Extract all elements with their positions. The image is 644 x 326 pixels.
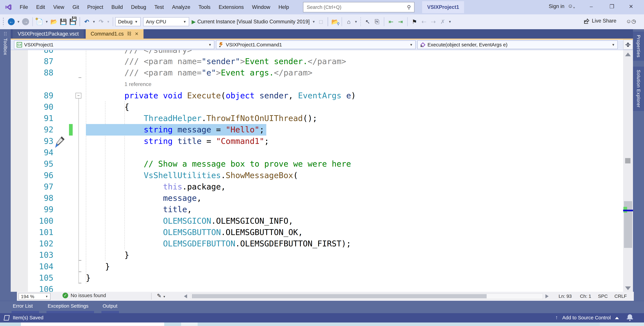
- previous-bookmark-icon[interactable]: ⇠: [420, 18, 428, 26]
- menu-item-window[interactable]: Window: [248, 2, 274, 12]
- solution-configuration-select[interactable]: Debug▼: [115, 17, 141, 26]
- document-tab-command1-cs[interactable]: Command1.cs⛓✕: [86, 29, 144, 39]
- notifications-bell-icon[interactable]: [627, 314, 633, 321]
- panel-tab-exception-settings[interactable]: Exception Settings: [48, 303, 88, 309]
- menu-item-edit[interactable]: Edit: [32, 2, 49, 12]
- status-message: Item(s) Saved: [13, 315, 44, 321]
- code-editor[interactable]: 86/// </summary>87/// <param name="sende…: [11, 39, 623, 292]
- add-user-icon[interactable]: ☺+: [568, 3, 575, 10]
- publish-arrow-icon[interactable]: ↑: [555, 314, 558, 321]
- indent-increase-icon[interactable]: ⇥: [396, 18, 404, 26]
- menu-item-extensions[interactable]: Extensions: [215, 2, 248, 12]
- live-share-icon[interactable]: [583, 18, 590, 24]
- minimize-button[interactable]: –: [590, 3, 593, 9]
- navigate-home-dropdown[interactable]: ▼: [354, 20, 358, 24]
- clear-bookmarks-icon[interactable]: ✗: [439, 18, 447, 26]
- scroll-down-icon[interactable]: [625, 287, 631, 290]
- menu-item-test[interactable]: Test: [150, 2, 168, 12]
- indent-decrease-icon[interactable]: ⇤: [387, 18, 395, 26]
- editor-splitter-handle[interactable]: [623, 40, 633, 49]
- sign-in-button[interactable]: Sign in: [549, 3, 564, 9]
- save-icon[interactable]: 💾: [60, 18, 67, 26]
- horizontal-scrollbar[interactable]: [190, 294, 543, 299]
- line-ending-indicator[interactable]: CRLF: [614, 294, 627, 299]
- project-dropdown[interactable]: C# VSIXProject1 ▼: [14, 40, 214, 49]
- navigate-back-icon[interactable]: ←: [8, 18, 15, 25]
- open-file-icon[interactable]: 📂: [50, 18, 58, 26]
- scroll-right-icon[interactable]: [546, 294, 548, 298]
- column-indicator[interactable]: Ch: 1: [580, 294, 592, 299]
- toolbar-grip[interactable]: [2, 17, 4, 26]
- bottom-edge-strip: [0, 323, 644, 326]
- sidebar-tab-properties[interactable]: Properties: [633, 31, 644, 61]
- menu-item-analyze[interactable]: Analyze: [168, 2, 194, 12]
- codelens-references[interactable]: 1 reference: [124, 78, 152, 90]
- bookmark-icon[interactable]: ⚑: [410, 18, 418, 26]
- insert-mode-indicator[interactable]: SPC: [598, 294, 608, 299]
- menu-item-debug[interactable]: Debug: [127, 2, 150, 12]
- menu-item-git[interactable]: Git: [68, 2, 83, 12]
- document-tab-vsixproject1package-vsct[interactable]: VSIXProject1Package.vsct: [13, 29, 84, 39]
- save-all-icon[interactable]: 💾💾: [69, 18, 77, 26]
- menu-item-project[interactable]: Project: [83, 2, 108, 12]
- live-share-label[interactable]: Live Share: [592, 18, 616, 24]
- find-in-files-icon[interactable]: 📂⚲: [331, 18, 339, 26]
- menu-item-file[interactable]: File: [16, 2, 32, 12]
- copy-structure-icon[interactable]: ⎘: [373, 18, 381, 26]
- close-tab-icon[interactable]: ✕: [135, 31, 139, 36]
- menu-item-build[interactable]: Build: [108, 2, 127, 12]
- redo-icon[interactable]: ↷: [97, 18, 105, 26]
- horizontal-scrollbar-thumb[interactable]: [192, 294, 487, 298]
- title-bar: FileEditViewGitProjectBuildDebugTestAnal…: [0, 0, 644, 14]
- search-icon[interactable]: ⚲: [407, 4, 411, 10]
- navigate-back-dropdown[interactable]: ▼: [17, 20, 20, 24]
- undo-dropdown[interactable]: ▼: [92, 20, 96, 24]
- collapse-region-icon[interactable]: −: [76, 93, 81, 98]
- scroll-left-icon[interactable]: [184, 294, 187, 298]
- search-input[interactable]: Search (Ctrl+Q) ⚲: [303, 2, 414, 12]
- line-number: 100: [27, 215, 53, 227]
- health-check-icon[interactable]: ✓: [62, 293, 68, 298]
- menu-item-tools[interactable]: Tools: [194, 2, 215, 12]
- sidebar-tab-solution-explorer[interactable]: Solution Explorer: [633, 67, 644, 111]
- code-cleanup-icon[interactable]: ✎ ▼: [157, 293, 166, 299]
- vertical-scrollbar[interactable]: [623, 50, 633, 292]
- toolbar-overflow[interactable]: ▼: [448, 20, 452, 24]
- panel-tab-output[interactable]: Output: [102, 303, 118, 309]
- type-dropdown[interactable]: VSIXProject1.Command1 ▼: [216, 40, 416, 49]
- toolbox-grip[interactable]: [4, 31, 7, 36]
- sidebar-tab-toolbox[interactable]: Toolbox: [3, 38, 8, 55]
- panel-tab-error-list[interactable]: Error List: [13, 303, 33, 309]
- pin-tab-icon[interactable]: ⛓: [127, 31, 132, 36]
- start-debug-icon[interactable]: ▶: [192, 18, 196, 25]
- redo-dropdown[interactable]: ▼: [106, 20, 110, 24]
- select-pointer-icon[interactable]: ↖: [364, 18, 372, 26]
- zoom-level-select[interactable]: 194 %▼: [18, 293, 50, 300]
- start-debug-label[interactable]: Current Instance [Visual Studio Communit…: [197, 19, 310, 25]
- code-line-95: 95// Show a message box to prove we were…: [11, 158, 623, 170]
- menu-item-view[interactable]: View: [49, 2, 68, 12]
- solution-platform-select[interactable]: Any CPU▼: [143, 17, 189, 26]
- close-button[interactable]: ✕: [629, 3, 633, 10]
- restore-button[interactable]: ❐: [610, 3, 614, 10]
- line-indicator[interactable]: Ln: 93: [559, 294, 572, 299]
- undo-icon[interactable]: ↶: [83, 18, 91, 26]
- code-line-106: 106: [11, 284, 623, 292]
- navigate-forward-icon[interactable]: →: [22, 18, 29, 25]
- issues-status[interactable]: No issues found: [71, 293, 106, 298]
- add-to-source-control-button[interactable]: Add to Source Control: [562, 315, 611, 321]
- next-bookmark-icon[interactable]: ⇢: [430, 18, 437, 26]
- new-file-icon[interactable]: 📄✱: [36, 18, 44, 26]
- scroll-up-icon[interactable]: [625, 52, 631, 56]
- navigate-home-icon[interactable]: ⌂: [345, 18, 353, 26]
- menu-item-help[interactable]: Help: [274, 2, 293, 12]
- code-text: // Show a message box to prove we were h…: [86, 158, 351, 170]
- hot-reload-icon[interactable]: □: [317, 18, 325, 26]
- member-dropdown[interactable]: Execute(object sender, EventArgs e) ▼: [417, 40, 618, 49]
- source-control-caret-icon[interactable]: [615, 317, 619, 319]
- new-file-dropdown[interactable]: ▼: [45, 20, 48, 24]
- start-debug-dropdown[interactable]: ▼: [312, 20, 315, 24]
- feedback-icon[interactable]: ☺◷: [626, 18, 636, 24]
- code-line-105: 105}: [11, 272, 623, 284]
- code-line-96: 96VsShellUtilities.ShowMessageBox(: [11, 170, 623, 181]
